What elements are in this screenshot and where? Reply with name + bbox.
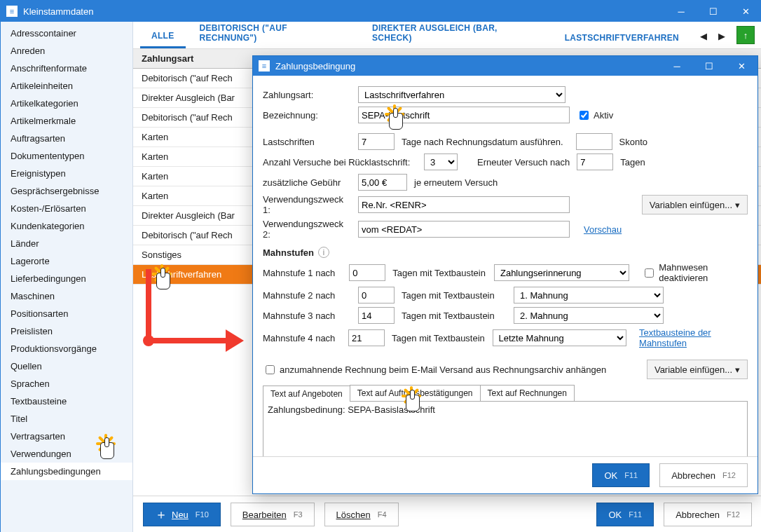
- minimize-button[interactable]: ─: [665, 1, 697, 22]
- gebuehr-label: zusätzliche Gebühr: [263, 177, 351, 188]
- sidebar-item[interactable]: Ereignistypen: [1, 165, 132, 182]
- skonto-label: Skonto: [619, 137, 647, 147]
- text-tab[interactable]: Text auf Rechnungen: [480, 385, 575, 401]
- sidebar-item[interactable]: Preislisten: [1, 322, 132, 340]
- vz2-label: Verwendungszweck 2:: [263, 219, 351, 240]
- tagen-text: Tagen mit Textbaustein: [402, 290, 507, 301]
- skonto-input[interactable]: [576, 133, 612, 150]
- sidebar-item[interactable]: Positionsarten: [1, 305, 132, 322]
- dialog-close-button[interactable]: ✕: [725, 55, 757, 76]
- export-icon[interactable]: ↑: [736, 26, 755, 44]
- sidebar-item[interactable]: Vertragsarten: [1, 428, 132, 445]
- sidebar-item[interactable]: Sprachen: [1, 375, 132, 393]
- bezeichnung-input[interactable]: [358, 107, 570, 123]
- svg-point-0: [143, 335, 154, 346]
- sidebar-item[interactable]: Produktionsvorgänge: [1, 340, 132, 357]
- sidebar-item[interactable]: Textbausteine: [1, 393, 132, 410]
- mahnstufe-baustein-select[interactable]: Letzte Mahnung: [493, 329, 627, 346]
- anhang-checkbox[interactable]: anzumahnende Rechnung beim E-Mail Versan…: [263, 363, 606, 376]
- sidebar-item[interactable]: Anschriftenformate: [1, 60, 132, 77]
- sidebar-item[interactable]: Auftragsarten: [1, 130, 132, 147]
- mahnstufe-label: Mahnstufe 1 nach: [263, 268, 342, 278]
- dialog-title: Zahlungsbedingung: [275, 61, 661, 71]
- sidebar-item[interactable]: Artikelmerkmale: [1, 112, 132, 130]
- variable-einfuegen-button[interactable]: Variable einfügen... ▾: [647, 360, 748, 379]
- tab[interactable]: DIREKTER AUSGLEICH (BAR, SCHECK): [361, 16, 551, 48]
- text-tab[interactable]: Text auf Auftragsbestätigungen: [350, 385, 481, 401]
- mahnstufe-baustein-select[interactable]: Zahlungserinnerung: [494, 264, 629, 281]
- tab[interactable]: DEBITORISCH ("AUF RECHNUNG"): [188, 16, 358, 48]
- tab[interactable]: LASTSCHRIFTVERFAHREN: [554, 26, 690, 48]
- sidebar-item[interactable]: Artikelkategorien: [1, 95, 132, 112]
- tagen-text: Tagen mit Textbaustein: [402, 311, 507, 321]
- info-icon[interactable]: i: [318, 247, 329, 258]
- tagen-text: Tagen mit Textbaustein: [392, 333, 485, 343]
- window-title: Kleinstammdaten: [23, 6, 665, 17]
- sidebar-item[interactable]: Lagerorte: [1, 252, 132, 270]
- mahnstufe-baustein-select[interactable]: 1. Mahnung: [514, 287, 664, 303]
- variablen-einfuegen-button[interactable]: Variablen einfügen... ▾: [642, 195, 748, 214]
- zahlungsart-select[interactable]: Lastschriftverfahren: [358, 86, 565, 103]
- cancel-button[interactable]: AbbrechenF12: [664, 503, 752, 526]
- tab-nav-icon[interactable]: ◀: [696, 28, 711, 44]
- sidebar-item[interactable]: Dokumententypen: [1, 147, 132, 165]
- mahnstufe-tage-input[interactable]: [349, 264, 385, 281]
- chevron-down-icon: ▾: [735, 364, 740, 375]
- sidebar-item[interactable]: Anreden: [1, 42, 132, 60]
- sidebar-item[interactable]: Kundenkategorien: [1, 217, 132, 235]
- text-content[interactable]: Zahlungsbedinung: SEPA-Basislastschrift: [263, 402, 748, 456]
- mahnstufe-baustein-select[interactable]: 2. Mahnung: [514, 307, 664, 324]
- delete-button[interactable]: LöschenF4: [324, 503, 399, 526]
- textbausteine-link[interactable]: Textbausteine der Mahnstufen: [639, 327, 748, 348]
- vz1-input[interactable]: [358, 196, 570, 213]
- sidebar-item[interactable]: Lieferbedingungen: [1, 270, 132, 287]
- gebuehr-input[interactable]: [358, 174, 407, 191]
- mahnstufe-tage-input[interactable]: [358, 307, 395, 324]
- rueck-versuche-select[interactable]: 3: [424, 154, 458, 170]
- dialog-minimize-button[interactable]: ─: [661, 55, 693, 76]
- dialog-cancel-button[interactable]: AbbrechenF12: [659, 463, 748, 487]
- sidebar-item[interactable]: Länder: [1, 235, 132, 252]
- sidebar-item[interactable]: Kosten-/Erlösarten: [1, 200, 132, 217]
- bezeichnung-label: Bezeichnung:: [263, 110, 351, 121]
- ok-button[interactable]: OKF11: [596, 503, 654, 526]
- dialog-ok-button[interactable]: OKF11: [592, 463, 650, 487]
- sidebar-item[interactable]: Zahlungsbedingungen: [1, 463, 132, 480]
- sidebar-item[interactable]: Gesprächsergebnisse: [1, 182, 132, 200]
- erneut-tage-input[interactable]: [577, 154, 613, 170]
- vorschau-link[interactable]: Vorschau: [584, 224, 622, 235]
- aktiv-checkbox[interactable]: Aktiv: [577, 109, 613, 122]
- dialog-icon: ≡: [259, 60, 270, 71]
- sidebar-item[interactable]: Verwendungen: [1, 445, 132, 463]
- app-icon: ≡: [6, 6, 18, 17]
- lastschriften-tage-input[interactable]: [358, 133, 395, 150]
- sidebar-item[interactable]: Quellen: [1, 357, 132, 375]
- close-button[interactable]: ✕: [729, 1, 761, 22]
- tage-nach-text: Tage nach Rechnungsdatum ausführen.: [402, 137, 563, 147]
- sidebar-item[interactable]: Titel: [1, 410, 132, 428]
- chevron-down-icon: ▾: [735, 200, 740, 210]
- mahnstufe-label: Mahnstufe 2 nach: [263, 290, 351, 301]
- tab-nav-icon[interactable]: ▶: [714, 28, 729, 44]
- tagen-label: Tagen: [620, 157, 645, 168]
- anzahl-versuche-label: Anzahl Versuche bei Rücklastschrift:: [263, 157, 417, 168]
- mahnstufe-label: Mahnstufe 3 nach: [263, 311, 351, 321]
- mahnstufe-tage-input[interactable]: [358, 287, 395, 303]
- new-button[interactable]: ＋ NeuF10: [143, 503, 221, 526]
- maximize-button[interactable]: ☐: [697, 1, 729, 22]
- sidebar-item[interactable]: Artikeleinheiten: [1, 77, 132, 95]
- zahlungsart-label: Zahlungsart:: [263, 90, 351, 100]
- vz2-input[interactable]: [358, 221, 570, 238]
- lastschriften-label: Lastschriften: [263, 137, 351, 147]
- sidebar-item[interactable]: Adresscontainer: [1, 25, 132, 42]
- tab[interactable]: ALLE: [140, 24, 186, 48]
- dialog-maximize-button[interactable]: ☐: [693, 55, 725, 76]
- mahnwesen-deaktivieren-checkbox[interactable]: Mahnwesen deaktivieren: [642, 262, 748, 283]
- vz1-label: Verwendungszweck 1:: [263, 194, 351, 215]
- text-tab[interactable]: Text auf Angeboten: [263, 386, 350, 402]
- mahnstufe-tage-input[interactable]: [348, 329, 385, 346]
- tagen-text: Tagen mit Textbaustein: [392, 268, 487, 278]
- sidebar-item[interactable]: Maschinen: [1, 287, 132, 305]
- mahnstufe-label: Mahnstufe 4 nach: [263, 333, 341, 343]
- edit-button[interactable]: BearbeitenF3: [231, 503, 315, 526]
